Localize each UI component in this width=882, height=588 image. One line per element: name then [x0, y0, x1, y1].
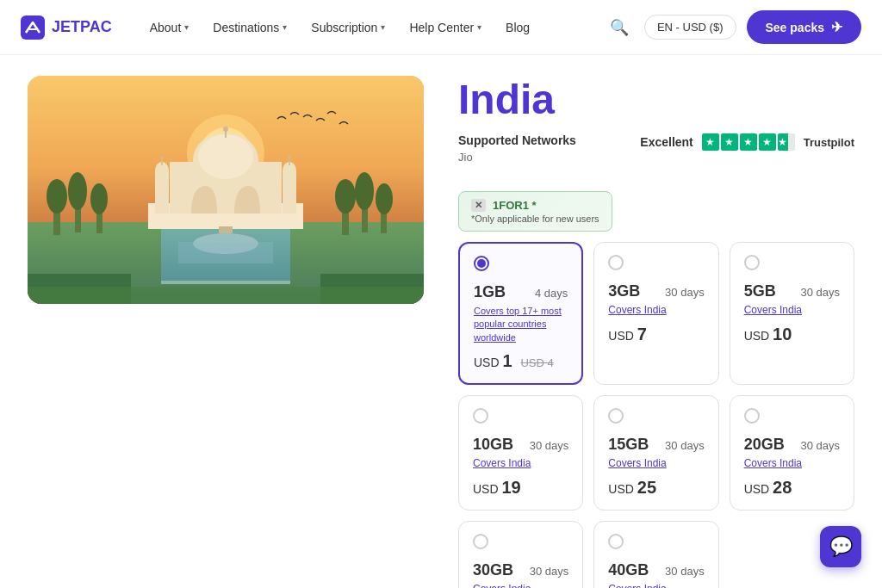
chat-icon: 💬 — [829, 535, 853, 558]
nav-help-center[interactable]: Help Center ▾ — [399, 14, 492, 41]
main-content: India Supported Networks Jio Excellent ★… — [0, 55, 882, 588]
plan-card-40gb[interactable]: 40GB 30 days Covers India — [593, 521, 718, 588]
plan-price-1gb: USD 1 USD 4 — [474, 351, 568, 371]
promo-banner: ✕ 1FOR1 * *Only applicable for new users — [458, 191, 854, 232]
svg-rect-36 — [219, 226, 233, 233]
plan-covers-40gb[interactable]: Covers India — [608, 583, 704, 588]
plan-radio-30gb[interactable] — [473, 534, 488, 549]
promo-badge: 1FOR1 * — [493, 199, 537, 212]
trustpilot-brand: Trustpilot — [804, 136, 854, 149]
plan-covers-1gb[interactable]: Covers top 17+ most popular countries wo… — [474, 305, 568, 344]
plan-size-15gb: 15GB — [608, 436, 649, 454]
chevron-icon: ▾ — [477, 22, 481, 32]
plan-days-40gb: 30 days — [665, 565, 705, 578]
logo-icon — [21, 15, 45, 40]
plan-card-1gb[interactable]: 1GB 4 days Covers top 17+ most popular c… — [458, 242, 583, 385]
chat-button[interactable]: 💬 — [820, 526, 861, 567]
plan-price-5gb: USD 10 — [744, 325, 840, 344]
star-3: ★ — [740, 133, 757, 151]
svg-point-15 — [335, 179, 356, 214]
plan-covers-30gb[interactable]: Covers India — [473, 583, 568, 588]
plan-days-15gb: 30 days — [665, 439, 705, 452]
plan-covers-20gb[interactable]: Covers India — [744, 457, 840, 469]
plan-covers-15gb[interactable]: Covers India — [608, 457, 704, 469]
plan-radio-5gb[interactable] — [744, 255, 760, 270]
plan-size-1gb: 1GB — [474, 283, 506, 301]
svg-point-9 — [47, 179, 67, 214]
plan-covers-5gb[interactable]: Covers India — [744, 304, 840, 316]
star-4: ★ — [759, 133, 776, 151]
plan-size-10gb: 10GB — [473, 436, 513, 454]
svg-point-25 — [223, 127, 228, 132]
plan-radio-20gb[interactable] — [744, 408, 760, 424]
see-packs-button[interactable]: See packs ✈ — [747, 10, 862, 44]
network-name: Jio — [458, 151, 576, 164]
star-1: ★ — [702, 133, 719, 151]
plan-size-40gb: 40GB — [608, 561, 649, 579]
svg-point-33 — [288, 156, 291, 159]
search-icon[interactable]: 🔍 — [605, 13, 634, 42]
chevron-icon: ▾ — [283, 22, 287, 32]
star-5-half: ★ ★ — [778, 133, 795, 151]
svg-point-23 — [198, 134, 253, 179]
svg-point-29 — [160, 156, 164, 159]
plan-size-20gb: 20GB — [744, 436, 785, 454]
plan-size-30gb: 30GB — [473, 561, 513, 579]
plan-price-15gb: USD 25 — [608, 478, 704, 498]
svg-point-11 — [68, 172, 87, 210]
plan-size-3gb: 3GB — [608, 282, 640, 300]
svg-rect-35 — [178, 242, 273, 263]
plan-radio-3gb[interactable] — [608, 255, 624, 270]
language-button[interactable]: EN - USD ($) — [644, 15, 736, 40]
plan-grid: 1GB 4 days Covers top 17+ most popular c… — [458, 242, 854, 588]
star-2: ★ — [721, 133, 738, 151]
promo-close[interactable]: ✕ — [471, 199, 486, 212]
plan-radio-10gb[interactable] — [473, 408, 488, 424]
trustpilot-label: Excellent — [640, 135, 693, 149]
plan-days-10gb: 30 days — [530, 439, 569, 452]
plan-old-price-1gb: USD 4 — [520, 356, 553, 369]
right-panel: India Supported Networks Jio Excellent ★… — [458, 76, 854, 588]
plan-price-10gb: USD 19 — [473, 478, 568, 498]
plan-price-20gb: USD 28 — [744, 478, 840, 498]
trustpilot-row: Excellent ★ ★ ★ ★ ★ ★ Trustpilot — [640, 133, 854, 151]
svg-rect-0 — [21, 15, 45, 40]
plan-card-15gb[interactable]: 15GB 30 days Covers India USD 25 — [593, 395, 718, 511]
svg-rect-7 — [161, 281, 290, 284]
plan-card-10gb[interactable]: 10GB 30 days Covers India USD 19 — [458, 395, 583, 511]
svg-rect-39 — [28, 287, 424, 304]
plan-radio-1gb[interactable] — [474, 256, 489, 271]
nav-about[interactable]: About ▾ — [140, 14, 200, 41]
nav-links: About ▾ Destinations ▾ Subscription ▾ He… — [140, 14, 605, 41]
nav-subscription[interactable]: Subscription ▾ — [301, 14, 395, 41]
chevron-icon: ▾ — [381, 22, 385, 32]
plan-price-3gb: USD 7 — [608, 325, 704, 344]
plan-card-30gb[interactable]: 30GB 30 days Covers India — [458, 521, 583, 588]
stars: ★ ★ ★ ★ ★ ★ — [702, 133, 795, 151]
promo-note: *Only applicable for new users — [471, 214, 599, 224]
logo-text: JETPAC — [52, 18, 112, 36]
plan-card-5gb[interactable]: 5GB 30 days Covers India USD 10 — [730, 242, 854, 385]
country-title: India — [458, 76, 854, 123]
plan-radio-40gb[interactable] — [608, 534, 624, 549]
plan-size-5gb: 5GB — [744, 282, 776, 300]
nav-right: 🔍 EN - USD ($) See packs ✈ — [605, 10, 861, 44]
svg-point-13 — [90, 183, 108, 214]
plan-radio-15gb[interactable] — [608, 408, 624, 424]
svg-point-19 — [376, 183, 393, 214]
plan-card-3gb[interactable]: 3GB 30 days Covers India USD 7 — [593, 242, 718, 385]
nav-destinations[interactable]: Destinations ▾ — [202, 14, 297, 41]
svg-point-17 — [355, 172, 374, 210]
chevron-icon: ▾ — [184, 22, 189, 32]
plan-card-20gb[interactable]: 20GB 30 days Covers India USD 28 — [730, 395, 854, 511]
plan-covers-3gb[interactable]: Covers India — [608, 304, 704, 316]
plane-icon: ✈ — [831, 19, 842, 35]
plan-days-30gb: 30 days — [530, 565, 569, 578]
plan-days-3gb: 30 days — [665, 286, 705, 299]
nav-blog[interactable]: Blog — [495, 14, 540, 41]
supported-networks-label: Supported Networks — [458, 133, 576, 147]
logo[interactable]: JETPAC — [21, 15, 112, 40]
plan-covers-10gb[interactable]: Covers India — [473, 457, 568, 469]
plan-days-1gb: 4 days — [535, 287, 568, 300]
plan-days-5gb: 30 days — [800, 286, 840, 299]
